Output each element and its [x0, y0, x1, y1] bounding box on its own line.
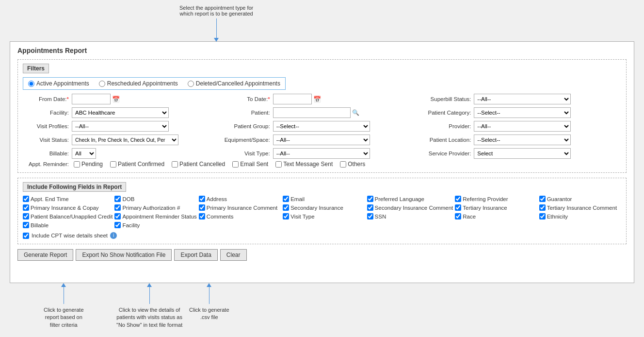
radio-rescheduled[interactable]: Rescheduled Appointments [99, 80, 178, 87]
arrow-export-data [207, 283, 211, 287]
patient-group-select[interactable]: --Select-- [273, 121, 370, 132]
superbill-select[interactable]: --All-- [474, 94, 571, 104]
field-ssn-checkbox[interactable] [367, 213, 373, 219]
field-referring-provider-checkbox[interactable] [455, 196, 461, 202]
reminder-others[interactable]: Others [340, 161, 365, 168]
field-facility-checkbox[interactable] [114, 222, 121, 228]
patient-search-icon[interactable]: 🔍 [352, 109, 359, 116]
reminder-text-checkbox[interactable] [275, 161, 282, 168]
service-provider-select[interactable]: Select [474, 148, 571, 159]
fields-grid: Appt. End Time DOB Address Email Preferr… [23, 196, 621, 228]
field-appt-end-time-checkbox[interactable] [23, 196, 29, 202]
patient-category-select[interactable]: --Select-- [474, 107, 571, 118]
equipment-label: Equipment/Space: [224, 137, 270, 143]
field-dob-checkbox[interactable] [114, 196, 121, 202]
to-date-calendar-icon[interactable]: 📅 [313, 96, 321, 103]
field-address-checkbox[interactable] [199, 196, 205, 202]
field-primary-ins-comment: Primary Insurance Comment [199, 204, 281, 211]
patient-group-label: Patient Group: [224, 123, 270, 129]
radio-active[interactable]: Active Appointments [28, 80, 89, 87]
annotation-export-no-show: Click to view the details of patients wi… [116, 283, 182, 329]
field-referring-provider: Referring Provider [455, 196, 537, 202]
billable-row: Billable: All [23, 148, 219, 159]
reminder-label: Appt. Reminder: [23, 161, 69, 167]
field-tertiary-ins-comment-checkbox[interactable] [539, 204, 546, 211]
field-primary-ins-comment-checkbox[interactable] [199, 204, 205, 211]
field-race-checkbox[interactable] [455, 213, 461, 219]
facility-label: Facility: [23, 110, 69, 116]
generate-report-button[interactable]: Generate Report [17, 249, 73, 261]
reminder-pending-checkbox[interactable] [74, 161, 80, 168]
arrow-generate [61, 283, 66, 287]
visit-type-select[interactable]: --All-- [273, 148, 370, 159]
export-data-button[interactable]: Export Data [174, 249, 217, 261]
patient-input[interactable] [273, 107, 351, 118]
field-comments-checkbox[interactable] [199, 213, 205, 219]
patient-category-label: Patient Category: [425, 110, 471, 116]
fields-section: Include Following Fields in Report Appt.… [17, 178, 627, 244]
field-guarantor-checkbox[interactable] [539, 196, 546, 202]
reminder-others-checkbox[interactable] [340, 161, 346, 168]
facility-select[interactable]: ABC Healthcare [72, 107, 169, 118]
service-provider-control: Select [474, 148, 621, 159]
field-secondary-insurance: Secondary Insurance [283, 204, 365, 211]
field-email-checkbox[interactable] [283, 196, 289, 202]
visit-status-label: Visit Status: [23, 137, 69, 143]
export-no-show-button[interactable]: Export No Show Notification File [76, 249, 172, 261]
reminder-cancelled-checkbox[interactable] [172, 161, 178, 168]
field-billable-checkbox[interactable] [23, 222, 29, 228]
to-date-label: To Date:* [224, 96, 270, 102]
to-date-input[interactable]: 04/26/2018 [273, 94, 312, 104]
facility-control: ABC Healthcare [72, 107, 219, 118]
patient-row: Patient: 🔍 [224, 107, 420, 118]
superbill-label: Superbill Status: [425, 96, 471, 102]
arrow-export-no-show [147, 283, 152, 287]
arrow-line-export-no-show [149, 287, 150, 304]
clear-button[interactable]: Clear [220, 249, 247, 261]
field-ethnicity-checkbox[interactable] [539, 213, 546, 219]
bottom-annotations: Click to generate report based on filter… [10, 283, 634, 327]
from-date-calendar-icon[interactable]: 📅 [112, 96, 120, 103]
field-address: Address [199, 196, 281, 202]
superbill-control: --All-- [474, 94, 621, 104]
field-primary-ins-copay-checkbox[interactable] [23, 204, 29, 211]
visit-profiles-control: --All-- [72, 121, 219, 132]
reminder-patient-confirmed[interactable]: Patient Confirmed [110, 161, 164, 168]
billable-select[interactable]: All [72, 148, 96, 159]
page-title: Appointments Report [17, 47, 627, 54]
annotation-generate-text: Click to generate report based on filter… [44, 306, 84, 329]
reminder-email-checkbox[interactable] [232, 161, 239, 168]
field-appt-reminder-status-checkbox[interactable] [114, 213, 121, 219]
cpt-checkbox[interactable] [23, 233, 29, 239]
radio-deleted[interactable]: Deleted/Cancelled Appointments [188, 80, 280, 87]
reminder-confirmed-checkbox[interactable] [110, 161, 116, 168]
equipment-row: Equipment/Space: --All-- [224, 135, 420, 145]
reminder-patient-cancelled[interactable]: Patient Cancelled [172, 161, 225, 168]
provider-select[interactable]: --All-- [474, 121, 571, 132]
field-secondary-ins-checkbox[interactable] [283, 204, 289, 211]
reminder-pending[interactable]: Pending [74, 161, 103, 168]
field-ssn: SSN [367, 213, 453, 219]
cpt-info-icon[interactable]: i [110, 232, 117, 239]
from-date-input[interactable]: 04/26/2018 [72, 94, 111, 104]
reminder-email-sent[interactable]: Email Sent [232, 161, 268, 168]
field-secondary-ins-comment: Secondary Insurance Comment [367, 204, 453, 211]
field-patient-balance-checkbox[interactable] [23, 213, 29, 219]
field-preferred-lang-checkbox[interactable] [367, 196, 373, 202]
equipment-select[interactable]: --All-- [273, 135, 370, 145]
field-visit-type-checkbox[interactable] [283, 213, 289, 219]
visit-profiles-select[interactable]: --All-- [72, 121, 169, 132]
reminder-text-message[interactable]: Text Message Sent [275, 161, 333, 168]
fields-legend: Include Following Fields in Report [23, 182, 126, 192]
visit-status-select[interactable]: Check In, Pre Check In, Check Out, Per [72, 135, 178, 145]
billable-control: All [72, 148, 219, 159]
field-secondary-ins-comment-checkbox[interactable] [367, 204, 373, 211]
field-ethnicity: Ethnicity [539, 213, 621, 219]
patient-location-select[interactable]: --Select-- [474, 135, 571, 145]
field-tertiary-ins-checkbox[interactable] [455, 204, 461, 211]
provider-control: --All-- [474, 121, 621, 132]
field-primary-auth-checkbox[interactable] [114, 204, 121, 211]
cpt-row: Include CPT wise details sheet i [23, 232, 621, 239]
main-panel: Appointments Report Filters Active Appoi… [10, 41, 634, 283]
arrow-line-export-data [209, 287, 209, 304]
